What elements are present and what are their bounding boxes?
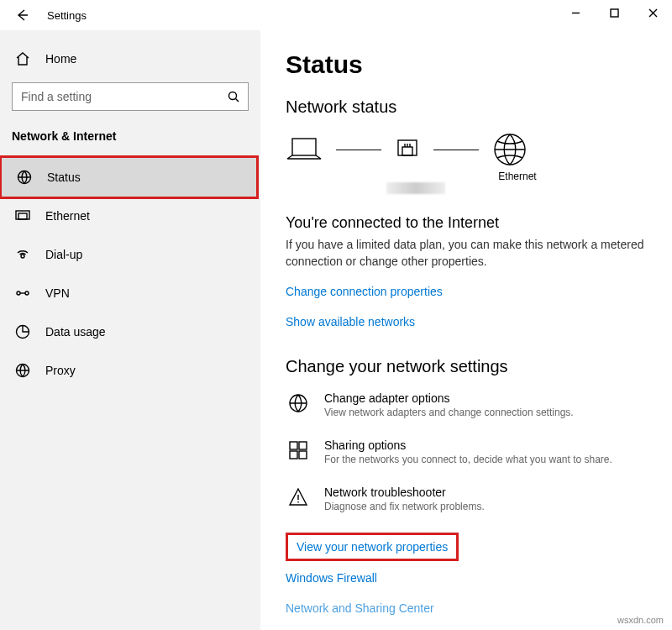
minimize-icon	[571, 8, 580, 18]
sidebar-item-label: Dial-up	[45, 248, 82, 261]
close-button[interactable]	[633, 0, 672, 25]
sidebar-item-label: Data usage	[45, 325, 106, 339]
section-network-status: Network status	[286, 97, 647, 117]
sidebar-item-label: Proxy	[45, 364, 76, 377]
link-change-connection-properties[interactable]: Change connection properties	[286, 285, 647, 298]
sidebar-item-ethernet[interactable]: Ethernet	[0, 197, 260, 235]
svg-rect-11	[398, 140, 417, 155]
search-placeholder: Find a setting	[21, 90, 92, 103]
connected-description: If you have a limited data plan, you can…	[286, 237, 647, 270]
sidebar-home-label: Home	[45, 52, 76, 66]
svg-rect-0	[611, 9, 618, 17]
vpn-icon	[15, 286, 30, 301]
network-diagram	[286, 132, 647, 167]
connector-line	[336, 150, 381, 150]
maximize-icon	[610, 8, 619, 18]
sidebar-item-label: Status	[47, 171, 81, 184]
proxy-icon	[15, 363, 30, 378]
svg-rect-12	[402, 147, 412, 155]
sidebar-item-datausage[interactable]: Data usage	[0, 312, 260, 351]
svg-rect-4	[18, 213, 27, 219]
connector-line	[433, 150, 479, 150]
sidebar-item-label: VPN	[45, 286, 70, 300]
svg-rect-10	[292, 139, 316, 155]
option-desc: For the networks you connect to, decide …	[324, 454, 612, 465]
blurred-network-name	[386, 182, 445, 194]
option-title: Change adapter options	[324, 391, 574, 405]
svg-point-7	[25, 291, 29, 295]
laptop-icon	[286, 135, 323, 164]
option-sharing[interactable]: Sharing options For the networks you con…	[286, 438, 647, 465]
sidebar-item-dialup[interactable]: Dial-up	[0, 235, 260, 274]
dialup-icon	[15, 247, 30, 262]
option-title: Sharing options	[324, 438, 612, 452]
minimize-button[interactable]	[556, 0, 595, 25]
sidebar: Home Find a setting Network & Internet S…	[0, 30, 260, 630]
adapter-options-icon	[288, 393, 308, 413]
data-usage-icon	[15, 324, 30, 339]
link-view-network-properties[interactable]: View your network properties	[286, 533, 459, 561]
sidebar-section-title: Network & Internet	[0, 123, 260, 158]
sharing-options-icon	[288, 440, 308, 460]
sidebar-item-proxy[interactable]: Proxy	[0, 351, 260, 390]
arrow-left-icon	[14, 8, 29, 23]
page-title: Status	[286, 50, 647, 79]
globe-large-icon	[492, 132, 528, 167]
globe-icon	[17, 170, 32, 185]
svg-rect-15	[290, 442, 297, 449]
window-controls	[556, 0, 672, 25]
back-button[interactable]	[12, 5, 32, 25]
close-icon	[648, 8, 658, 18]
option-troubleshooter[interactable]: Network troubleshooter Diagnose and fix …	[286, 486, 647, 512]
option-desc: Diagnose and fix network problems.	[324, 501, 485, 512]
option-adapter[interactable]: Change adapter options View network adap…	[286, 391, 647, 418]
connected-title: You're connected to the Internet	[286, 214, 647, 232]
search-input[interactable]: Find a setting	[12, 82, 249, 111]
svg-rect-18	[299, 451, 307, 459]
sidebar-item-vpn[interactable]: VPN	[0, 274, 260, 312]
sidebar-item-status[interactable]: Status	[2, 158, 256, 197]
option-title: Network troubleshooter	[324, 486, 485, 499]
svg-point-6	[17, 291, 20, 295]
svg-rect-17	[290, 451, 297, 459]
svg-point-5	[21, 255, 24, 258]
option-desc: View network adapters and change connect…	[324, 407, 574, 418]
sidebar-item-label: Ethernet	[45, 209, 90, 223]
svg-rect-16	[299, 442, 307, 449]
main-content: Status Network status Ethernet You're co…	[260, 30, 672, 630]
ethernet-icon	[15, 208, 30, 223]
section-change-settings: Change your network settings	[286, 357, 647, 376]
diagram-ethernet-label: Ethernet	[388, 171, 647, 182]
link-show-available-networks[interactable]: Show available networks	[286, 315, 647, 328]
troubleshooter-icon	[288, 487, 308, 507]
watermark: wsxdn.com	[617, 615, 664, 625]
search-icon	[228, 91, 239, 102]
sidebar-home[interactable]: Home	[0, 40, 260, 77]
svg-point-1	[229, 92, 237, 100]
home-icon	[15, 51, 30, 66]
ethernet-adapter-icon	[395, 135, 420, 164]
link-network-sharing-center[interactable]: Network and Sharing Center	[286, 601, 647, 615]
maximize-button[interactable]	[595, 0, 633, 25]
window-title: Settings	[47, 9, 87, 22]
link-windows-firewall[interactable]: Windows Firewall	[286, 571, 647, 585]
